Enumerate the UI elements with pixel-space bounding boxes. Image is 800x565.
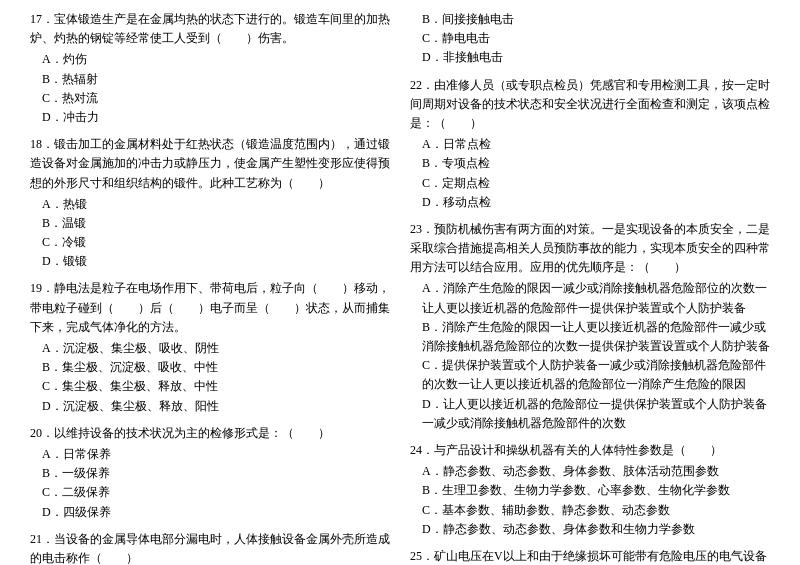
q17-title: 17．宝体锻造生产是在金属均热的状态下进行的。锻造车间里的加热炉、灼热的钢锭等经… [30, 10, 390, 48]
q24-options: A．静态参数、动态参数、身体参数、肢体活动范围参数 B．生理卫参数、生物力学参数… [410, 462, 770, 539]
q21-option-b: B．间接接触电击 [422, 10, 770, 29]
q21-option-c: C．静电电击 [422, 29, 770, 48]
q23-option-d: D．让人更以接近机器的危险部位一提供保护装置或个人防护装备一减少或消除接触机器危… [422, 395, 770, 433]
question-19: 19．静电法是粒子在电场作用下、带荷电后，粒子向（ ）移动，带电粒子碰到（ ）后… [30, 279, 390, 415]
q21-title: 21．当设备的金属导体电部分漏电时，人体接触设备金属外壳所造成的电击称作（ ） [30, 530, 390, 565]
q23-options: A．消除产生危险的限因一减少或消除接触机器危险部位的次数一让人更以接近机器的危险… [410, 279, 770, 433]
q17-option-c: C．热对流 [42, 89, 390, 108]
q17-option-b: B．热辐射 [42, 70, 390, 89]
q22-option-d: D．移动点检 [422, 193, 770, 212]
question-18: 18．锻击加工的金属材料处于红热状态（锻造温度范围内），通过锻造设备对金属施加的… [30, 135, 390, 271]
q17-options: A．灼伤 B．热辐射 C．热对流 D．冲击力 [30, 50, 390, 127]
q19-option-b: B．集尘极、沉淀极、吸收、中性 [42, 358, 390, 377]
q24-option-b: B．生理卫参数、生物力学参数、心率参数、生物化学参数 [422, 481, 770, 500]
q20-option-a: A．日常保养 [42, 445, 390, 464]
q25-title: 25．矿山电压在V以上和由于绝缘损坏可能带有危险电压的电气设备的金属外壳，构架必… [410, 547, 770, 565]
q17-option-d: D．冲击力 [42, 108, 390, 127]
q20-options: A．日常保养 B．一级保养 C．二级保养 D．四级保养 [30, 445, 390, 522]
q23-option-b: B．消除产生危险的限因一让人更以接近机器的危险部件一减少或消除接触机器危险部位的… [422, 318, 770, 356]
q18-option-b: B．温锻 [42, 214, 390, 233]
q22-option-a: A．日常点检 [422, 135, 770, 154]
q23-option-c: C．提供保护装置或个人防护装备一减少或消除接触机器危险部件的次数一让人更以接近机… [422, 356, 770, 394]
q19-option-c: C．集尘极、集尘极、释放、中性 [42, 377, 390, 396]
q19-title: 19．静电法是粒子在电场作用下、带荷电后，粒子向（ ）移动，带电粒子碰到（ ）后… [30, 279, 390, 337]
q24-option-a: A．静态参数、动态参数、身体参数、肢体活动范围参数 [422, 462, 770, 481]
question-25: 25．矿山电压在V以上和由于绝缘损坏可能带有危险电压的电气设备的金属外壳，构架必… [410, 547, 770, 565]
page: 17．宝体锻造生产是在金属均热的状态下进行的。锻造车间里的加热炉、灼热的钢锭等经… [30, 10, 770, 565]
question-21-cont: B．间接接触电击 C．静电电击 D．非接触电击 [410, 10, 770, 68]
q18-options: A．热锻 B．温锻 C．冷锻 D．锻锻 [30, 195, 390, 272]
q23-title: 23．预防机械伤害有两方面的对策。一是实现设备的本质安全，二是采取综合措施提高相… [410, 220, 770, 278]
q20-title: 20．以维持设备的技术状况为主的检修形式是：（ ） [30, 424, 390, 443]
q19-options: A．沉淀极、集尘极、吸收、阴性 B．集尘极、沉淀极、吸收、中性 C．集尘极、集尘… [30, 339, 390, 416]
question-17: 17．宝体锻造生产是在金属均热的状态下进行的。锻造车间里的加热炉、灼热的钢锭等经… [30, 10, 390, 127]
q21-option-d: D．非接触电击 [422, 48, 770, 67]
q19-option-d: D．沉淀极、集尘极、释放、阳性 [42, 397, 390, 416]
q18-option-a: A．热锻 [42, 195, 390, 214]
question-21: 21．当设备的金属导体电部分漏电时，人体接触设备金属外壳所造成的电击称作（ ） … [30, 530, 390, 565]
q22-options: A．日常点检 B．专项点检 C．定期点检 D．移动点检 [410, 135, 770, 212]
q21-options-right: B．间接接触电击 C．静电电击 D．非接触电击 [410, 10, 770, 68]
question-23: 23．预防机械伤害有两方面的对策。一是实现设备的本质安全，二是采取综合措施提高相… [410, 220, 770, 433]
q20-option-d: D．四级保养 [42, 503, 390, 522]
q18-option-d: D．锻锻 [42, 252, 390, 271]
left-column: 17．宝体锻造生产是在金属均热的状态下进行的。锻造车间里的加热炉、灼热的钢锭等经… [30, 10, 390, 565]
q22-title: 22．由准修人员（或专职点检员）凭感官和专用检测工具，按一定时间周期对设备的技术… [410, 76, 770, 134]
q20-option-b: B．一级保养 [42, 464, 390, 483]
question-24: 24．与产品设计和操纵机器有关的人体特性参数是（ ） A．静态参数、动态参数、身… [410, 441, 770, 539]
q23-option-a: A．消除产生危险的限因一减少或消除接触机器危险部位的次数一让人更以接近机器的危险… [422, 279, 770, 317]
columns-container: 17．宝体锻造生产是在金属均热的状态下进行的。锻造车间里的加热炉、灼热的钢锭等经… [30, 10, 770, 565]
question-22: 22．由准修人员（或专职点检员）凭感官和专用检测工具，按一定时间周期对设备的技术… [410, 76, 770, 212]
q18-title: 18．锻击加工的金属材料处于红热状态（锻造温度范围内），通过锻造设备对金属施加的… [30, 135, 390, 193]
q24-option-c: C．基本参数、辅助参数、静态参数、动态参数 [422, 501, 770, 520]
q17-option-a: A．灼伤 [42, 50, 390, 69]
question-20: 20．以维持设备的技术状况为主的检修形式是：（ ） A．日常保养 B．一级保养 … [30, 424, 390, 522]
q22-option-b: B．专项点检 [422, 154, 770, 173]
q18-option-c: C．冷锻 [42, 233, 390, 252]
q20-option-c: C．二级保养 [42, 483, 390, 502]
q24-title: 24．与产品设计和操纵机器有关的人体特性参数是（ ） [410, 441, 770, 460]
q22-option-c: C．定期点检 [422, 174, 770, 193]
right-column: B．间接接触电击 C．静电电击 D．非接触电击 22．由准修人员（或专职点检员）… [410, 10, 770, 565]
q19-option-a: A．沉淀极、集尘极、吸收、阴性 [42, 339, 390, 358]
q24-option-d: D．静态参数、动态参数、身体参数和生物力学参数 [422, 520, 770, 539]
